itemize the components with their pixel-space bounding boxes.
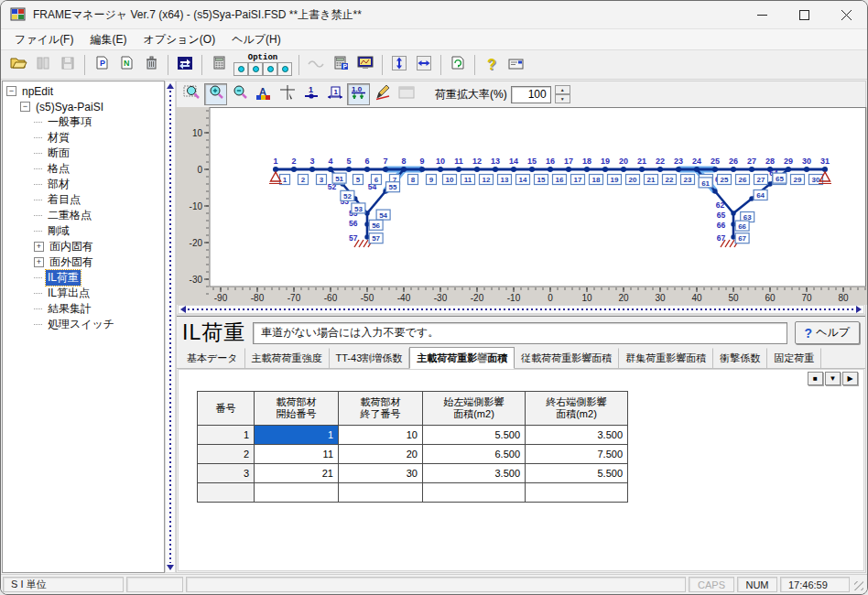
print-preview-button[interactable] <box>395 83 418 105</box>
table-cell[interactable]: 10 <box>339 426 423 445</box>
menu-item-help[interactable]: ヘルプ(H) <box>223 29 289 50</box>
save-button[interactable] <box>56 53 80 77</box>
calc-settings-button[interactable]: P <box>329 53 353 77</box>
view-pages-button[interactable] <box>31 53 55 77</box>
scroll-left-icon[interactable] <box>180 306 186 313</box>
scroll-up-icon[interactable] <box>167 83 174 89</box>
horizontal-scroll-track[interactable] <box>188 308 854 310</box>
tree-item-4[interactable]: 断面 <box>46 146 71 161</box>
wave-tool-button[interactable] <box>304 53 328 77</box>
display-color-button[interactable]: A <box>252 83 275 105</box>
table-cell[interactable]: 1 <box>255 426 339 445</box>
tree-item-5[interactable]: 格点 <box>46 161 71 177</box>
fit-horizontal-button[interactable] <box>412 53 436 77</box>
open-file-button[interactable] <box>6 53 30 77</box>
tab-2[interactable]: TT-43割増係数 <box>330 348 410 368</box>
tree-item-1[interactable]: (s5)Sya-PaiSI <box>34 101 105 114</box>
member-number-button[interactable]: 1 <box>323 83 346 105</box>
scroll-right-icon[interactable] <box>856 306 862 313</box>
tree-item-9[interactable]: 剛域 <box>46 223 71 239</box>
menu-item-file[interactable]: ファイル(F) <box>6 29 81 50</box>
exit-button[interactable] <box>505 53 528 77</box>
calculator-button[interactable] <box>207 53 231 77</box>
display-settings-button[interactable] <box>353 53 377 77</box>
table-down-button[interactable]: ▼ <box>825 372 841 385</box>
option-3-button[interactable] <box>263 62 277 76</box>
tab-5[interactable]: 群集荷重影響面積 <box>619 348 713 368</box>
tab-0[interactable]: 基本データ <box>180 348 245 368</box>
tree-item-8[interactable]: 二重格点 <box>46 208 93 223</box>
tree-item-12[interactable]: IL荷重 <box>46 270 81 286</box>
menu-item-options[interactable]: オプション(O) <box>135 29 223 50</box>
load-scale-down-button[interactable]: ▼ <box>555 94 570 103</box>
table-cell[interactable]: 7.500 <box>526 445 628 464</box>
show-loads-button[interactable]: 1.0 <box>347 83 370 105</box>
table-next-button[interactable]: ▶ <box>842 372 858 385</box>
tree-item-0[interactable]: npEdit <box>20 85 55 98</box>
tab-6[interactable]: 衝撃係数 <box>713 348 767 368</box>
data-transfer-button[interactable] <box>173 53 197 77</box>
minimize-button[interactable] <box>741 1 783 28</box>
help-toolbar-button[interactable]: ? <box>480 53 504 77</box>
table-cell[interactable]: 6.500 <box>423 445 526 464</box>
tree-item-14[interactable]: 結果集計 <box>46 301 93 317</box>
tree-item-7[interactable]: 着目点 <box>46 192 82 208</box>
tree-item-6[interactable]: 部材 <box>46 177 71 192</box>
table-cell[interactable]: 11 <box>255 445 339 464</box>
new-p-doc-button[interactable]: P <box>90 53 114 77</box>
select-cursor-button[interactable] <box>276 83 298 105</box>
tree-item-2[interactable]: 一般事項 <box>46 114 93 130</box>
table-cell[interactable]: 20 <box>339 445 423 464</box>
diagram-horizontal-scrollbar[interactable] <box>178 305 864 314</box>
svg-text:21: 21 <box>637 157 646 166</box>
load-scale-input[interactable]: 100 <box>511 86 551 103</box>
table-cell[interactable]: 21 <box>255 464 339 483</box>
close-button[interactable] <box>825 1 867 28</box>
delete-button[interactable] <box>139 53 163 77</box>
table-cell[interactable]: 3.500 <box>526 426 628 445</box>
tab-1[interactable]: 主載荷荷重強度 <box>245 348 330 368</box>
vertical-scroll-track[interactable] <box>169 91 171 563</box>
table-cell[interactable]: 3.500 <box>423 464 526 483</box>
table-stop-button[interactable]: ■ <box>808 372 823 385</box>
tree-item-10[interactable]: 面内固有 <box>48 239 95 254</box>
table-cell[interactable] <box>255 483 339 503</box>
table-cell[interactable] <box>339 483 423 503</box>
zoom-region-button[interactable] <box>180 83 203 105</box>
table-cell[interactable] <box>423 483 526 503</box>
zoom-out-button[interactable] <box>228 83 251 105</box>
collapse-icon[interactable]: − <box>20 102 30 112</box>
tab-3[interactable]: 主載荷荷重影響面積 <box>409 347 515 369</box>
table-cell[interactable] <box>526 483 628 503</box>
option-1-button[interactable] <box>233 62 248 76</box>
scroll-down-icon[interactable] <box>167 565 174 570</box>
svg-text:-20: -20 <box>190 238 203 248</box>
resize-grip[interactable] <box>852 577 865 592</box>
collapse-icon[interactable]: − <box>6 86 16 96</box>
tree-vertical-scrollbar[interactable] <box>165 81 176 573</box>
table-cell[interactable]: 5.500 <box>526 464 628 483</box>
tree-item-15[interactable]: 処理スイッチ <box>46 317 116 332</box>
structure-diagram[interactable]: -90-80-70-60-50-40-30-20-100102030405060… <box>177 107 865 305</box>
node-number-button[interactable]: 1 <box>299 83 322 105</box>
new-n-doc-button[interactable]: N <box>114 53 138 77</box>
tree-item-11[interactable]: 面外固有 <box>48 254 95 270</box>
tree-item-3[interactable]: 材質 <box>46 130 71 146</box>
tab-7[interactable]: 固定荷重 <box>767 348 821 368</box>
table-cell[interactable]: 5.500 <box>423 426 526 445</box>
zoom-in-button[interactable] <box>204 83 227 105</box>
tree-item-13[interactable]: IL算出点 <box>46 286 92 301</box>
draw-settings-button[interactable] <box>371 83 394 105</box>
refresh-doc-button[interactable] <box>446 53 470 77</box>
load-scale-up-button[interactable]: ▲ <box>555 85 570 94</box>
option-2-button[interactable] <box>248 62 263 76</box>
fit-vertical-button[interactable] <box>387 53 411 77</box>
table-cell[interactable]: 30 <box>339 464 423 483</box>
option-4-button[interactable] <box>277 62 292 76</box>
menu-item-edit[interactable]: 編集(E) <box>81 29 135 50</box>
help-button[interactable]: ? ヘルプ <box>795 321 860 344</box>
tab-4[interactable]: 従載荷荷重影響面積 <box>515 348 619 368</box>
expand-icon[interactable]: + <box>34 257 44 267</box>
expand-icon[interactable]: + <box>34 242 44 252</box>
maximize-button[interactable] <box>783 1 825 28</box>
